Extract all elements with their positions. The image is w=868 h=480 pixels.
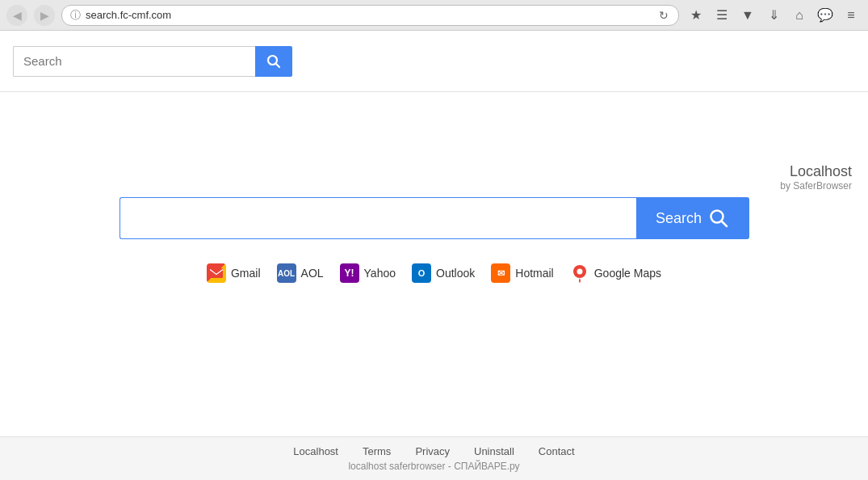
pocket-button[interactable]: ▼: [737, 5, 758, 26]
center-search-input[interactable]: [120, 197, 636, 239]
toolbar-icons: ★ ☰ ▼ ⇓ ⌂ 💬 ≡: [686, 5, 862, 26]
page-body: Localhost by SaferBrowser Search: [0, 92, 868, 436]
main-content: Search Gmail AOL AOL: [0, 92, 868, 436]
shortcuts-bar: Gmail AOL AOL Y! Yahoo O Outlook ✉ Hotma…: [207, 263, 661, 283]
gmail-icon: [207, 263, 226, 283]
aol-label: AOL: [301, 267, 324, 280]
top-search-bar: [0, 31, 868, 92]
shortcut-gmail[interactable]: Gmail: [207, 263, 261, 283]
svg-line-1: [276, 63, 279, 66]
back-button[interactable]: ◀: [6, 5, 27, 26]
shortcut-googlemaps[interactable]: Google Maps: [570, 263, 661, 283]
forward-button[interactable]: ▶: [34, 5, 55, 26]
footer-subtext: localhost saferbrowser - СПАЙВАРЕ.ру: [0, 461, 868, 472]
home-button[interactable]: ⌂: [789, 5, 810, 26]
bookmark-star-button[interactable]: ★: [686, 5, 707, 26]
top-search-button[interactable]: [255, 46, 292, 77]
outlook-icon: O: [412, 263, 431, 283]
aol-icon: AOL: [277, 263, 296, 283]
footer-link-terms[interactable]: Terms: [363, 445, 391, 457]
shortcut-aol[interactable]: AOL AOL: [277, 263, 324, 283]
shortcut-yahoo[interactable]: Y! Yahoo: [340, 263, 396, 283]
browser-chrome: ◀ ▶ ⓘ ↻ ★ ☰ ▼ ⇓ ⌂ 💬 ≡: [0, 0, 868, 31]
yahoo-label: Yahoo: [364, 267, 396, 280]
reload-button[interactable]: ↻: [657, 9, 670, 22]
svg-rect-4: [210, 268, 223, 278]
center-search-btn-label: Search: [656, 210, 702, 227]
hotmail-label: Hotmail: [515, 267, 553, 280]
footer-link-uninstall[interactable]: Uninstall: [474, 445, 514, 457]
center-search-icon: [708, 208, 729, 229]
googlemaps-icon: [570, 263, 589, 283]
svg-line-3: [722, 221, 728, 227]
center-search-button[interactable]: Search: [636, 197, 749, 239]
url-input[interactable]: [86, 9, 652, 21]
shortcut-hotmail[interactable]: ✉ Hotmail: [491, 263, 553, 283]
top-search-icon: [266, 54, 281, 69]
download-button[interactable]: ⇓: [763, 5, 784, 26]
footer-links: Localhost Terms Privacy Uninstall Contac…: [0, 445, 868, 457]
chat-button[interactable]: 💬: [815, 5, 836, 26]
center-search-wrapper: Search: [120, 197, 749, 239]
footer-link-privacy[interactable]: Privacy: [415, 445, 450, 457]
reader-view-button[interactable]: ☰: [711, 5, 732, 26]
info-icon: ⓘ: [70, 8, 81, 23]
footer-link-localhost[interactable]: Localhost: [293, 445, 338, 457]
menu-button[interactable]: ≡: [841, 5, 862, 26]
outlook-label: Outlook: [436, 267, 475, 280]
hotmail-icon: ✉: [491, 263, 510, 283]
shortcut-outlook[interactable]: O Outlook: [412, 263, 475, 283]
footer-link-contact[interactable]: Contact: [539, 445, 575, 457]
footer: Localhost Terms Privacy Uninstall Contac…: [0, 436, 868, 480]
svg-point-6: [577, 269, 582, 275]
address-bar: ⓘ ↻: [61, 5, 679, 26]
googlemaps-label: Google Maps: [594, 267, 661, 280]
gmail-label: Gmail: [231, 267, 261, 280]
yahoo-icon: Y!: [340, 263, 359, 283]
top-search-input[interactable]: [13, 46, 255, 77]
